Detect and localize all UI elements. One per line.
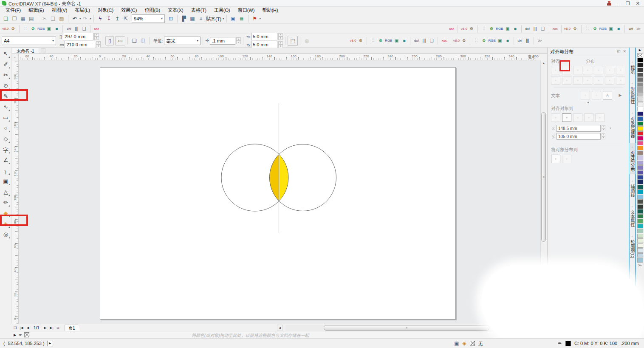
duplicate-y-spinner[interactable]: ▴▾ <box>278 41 283 48</box>
text-tool[interactable]: 字 <box>1 144 11 155</box>
color-swatch[interactable] <box>637 73 643 77</box>
outline-tool[interactable]: ◎ <box>1 229 11 240</box>
lock-icon[interactable]: ■ <box>504 37 511 45</box>
color-swatch[interactable] <box>637 151 643 156</box>
artistic-media-tool[interactable]: ∿ <box>1 102 11 112</box>
page-width-spinner[interactable]: ▴▾ <box>94 33 99 40</box>
nudge-field[interactable]: .1 mm <box>210 37 235 45</box>
fullscreen-preview-button[interactable]: ⊞ <box>167 14 175 23</box>
page-flag-icon[interactable]: ❏ <box>12 325 18 331</box>
menu-item-4[interactable]: 对象(C) <box>94 7 117 14</box>
menu-item-0[interactable]: 文件(F) <box>2 7 25 14</box>
vba-version-icon[interactable]: v8.0 <box>564 25 571 33</box>
dxf-icon[interactable]: dxf <box>524 25 531 33</box>
align-to-page-edge-button[interactable]: ▫ <box>562 113 571 122</box>
distribute-spacing-h-button[interactable]: ▫ <box>605 66 614 74</box>
image-frame-icon[interactable]: ▣ <box>607 25 615 33</box>
extrude-tool[interactable]: △ <box>1 187 11 197</box>
menu-item-8[interactable]: 表格(T) <box>187 7 210 14</box>
color-swatch[interactable] <box>637 68 643 72</box>
color-swatch[interactable] <box>637 180 643 184</box>
distribute-to-page-button[interactable]: ▫ <box>562 155 571 163</box>
color-swatch[interactable] <box>637 253 643 258</box>
rgb-cmyk-icon[interactable]: RGB <box>599 25 607 33</box>
image-frame-icon[interactable]: ▣ <box>393 37 400 45</box>
eyedropper-tool[interactable]: ✏ <box>1 197 11 208</box>
vba-version-icon[interactable]: v8.0 <box>452 37 460 45</box>
align-to-page-center-button[interactable]: ▫ <box>573 113 582 122</box>
align-y-spinner[interactable]: ▴▾ <box>602 133 605 139</box>
xxx-icon[interactable]: xxx <box>551 25 559 33</box>
vertical-scroll-thumb[interactable]: ≡ <box>541 112 546 242</box>
color-swatch[interactable] <box>637 58 643 62</box>
spacing-settings-icon[interactable]: ⁚⁚ <box>480 25 488 33</box>
color-swatch[interactable] <box>637 87 643 92</box>
duplicate-x-field[interactable]: 5.0 mm <box>251 33 277 40</box>
color-swatch[interactable] <box>637 146 643 150</box>
prev-page-button[interactable]: ◀ <box>25 325 31 331</box>
docker-float-icon[interactable]: ◱ <box>617 49 621 54</box>
align-x-spinner[interactable]: ▴▾ <box>602 125 605 131</box>
menu-item-11[interactable]: 帮助(H) <box>258 7 282 14</box>
align-to-point-button[interactable]: ▫ <box>595 113 604 122</box>
spacing-settings-icon[interactable]: ⁚⁚ <box>584 25 591 33</box>
import-button[interactable]: ↧ <box>105 14 113 23</box>
menu-item-1[interactable]: 编辑(E) <box>25 7 48 14</box>
distribute-center-v-button[interactable]: ▫ <box>594 76 603 85</box>
color-swatch[interactable] <box>637 116 643 121</box>
align-right-button[interactable]: ▫ <box>573 66 582 74</box>
color-swatch[interactable] <box>637 175 643 180</box>
distribute-bottom-button[interactable]: ▫ <box>616 76 625 85</box>
color-swatch[interactable] <box>637 238 643 243</box>
color-swatch[interactable] <box>637 199 643 204</box>
color-swatch[interactable] <box>637 63 643 68</box>
page-tab[interactable]: 页1 <box>65 325 81 331</box>
nudge-spinner[interactable]: ▴▾ <box>236 37 241 44</box>
color-swatch[interactable] <box>637 122 643 126</box>
menu-item-9[interactable]: 工具(O) <box>210 7 234 14</box>
lock-icon[interactable]: ■ <box>53 25 60 33</box>
current-page-size-button[interactable]: ❑ <box>130 37 138 45</box>
show-guidelines-button[interactable]: ⌗ <box>197 14 205 23</box>
docker-close-icon[interactable]: ✕ <box>623 49 626 54</box>
search-content-button[interactable]: ϟ <box>96 14 105 23</box>
docker-collapse-icon[interactable]: ▲ <box>551 101 625 104</box>
rgb-cmyk-icon[interactable]: RGB <box>384 37 393 45</box>
no-color-swatch[interactable] <box>24 332 29 337</box>
align-left-button[interactable]: ▫ <box>551 66 560 74</box>
zoom-level-select[interactable]: 94%▾ <box>132 14 165 23</box>
dxf-icon[interactable]: dxf <box>412 37 420 45</box>
docker-tab-5[interactable]: ▫文本属性 <box>629 202 636 229</box>
rgb-cmyk-icon[interactable]: RGB <box>495 25 503 33</box>
image-frame-icon[interactable]: ▣ <box>45 25 53 33</box>
color-swatch[interactable] <box>637 234 643 238</box>
copy-button[interactable]: ❑ <box>49 14 57 23</box>
options-button[interactable]: ▣ <box>229 14 237 23</box>
units-select[interactable]: 毫米 ▾ <box>164 37 201 45</box>
vba-version-icon[interactable]: v8.0 <box>460 25 468 33</box>
text-bounding-box-button[interactable]: ▫ <box>592 91 601 99</box>
color-swatch[interactable] <box>637 161 643 165</box>
dxf-icon[interactable]: dxf <box>516 37 524 45</box>
color-swatch[interactable] <box>637 141 643 146</box>
redo-button[interactable]: ↷ <box>81 14 90 23</box>
color-swatch[interactable] <box>637 156 643 160</box>
rgb-cmyk-icon[interactable]: RGB <box>488 37 496 45</box>
color-swatch[interactable] <box>637 243 643 248</box>
color-swatch[interactable] <box>637 165 643 170</box>
no-color-swatch[interactable] <box>637 53 643 58</box>
color-gears-icon[interactable]: ⚙ <box>480 37 488 45</box>
restore-button[interactable]: ❐ <box>626 1 630 6</box>
spacing-settings-icon[interactable]: ⁚⁚ <box>369 37 377 45</box>
rgb-cmyk-icon[interactable]: RGB <box>37 25 45 33</box>
dimension-tool[interactable]: ∠ <box>1 155 11 165</box>
color-swatch[interactable] <box>637 77 643 82</box>
undo-button[interactable]: ↶ <box>71 14 79 23</box>
menu-item-2[interactable]: 视图(V) <box>48 7 71 14</box>
welcome-pin-button-dropdown[interactable]: ▾ <box>260 17 261 20</box>
palette-eyedropper-icon[interactable]: ✒ <box>19 333 22 337</box>
color-gears-icon[interactable]: ⚙ <box>29 25 37 33</box>
document-tab[interactable]: 未命名 -1 <box>12 47 39 54</box>
page-width-field[interactable]: 297.0 mm <box>63 33 93 40</box>
user-settings-icon[interactable]: ⚙ <box>571 25 579 33</box>
